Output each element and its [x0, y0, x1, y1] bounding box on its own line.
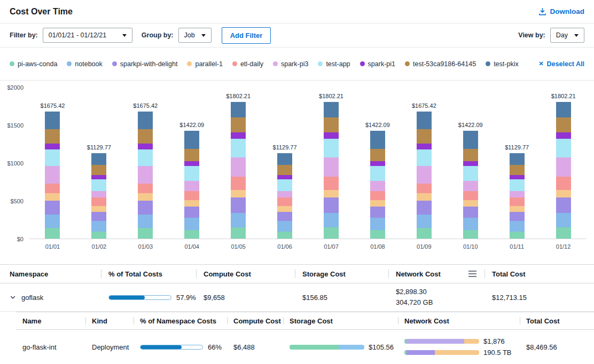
legend-item-spark-pi1[interactable]: spark-pi1 [360, 60, 395, 68]
sub-col-header-pct[interactable]: % of Namespace Costs [134, 317, 227, 325]
download-label: Download [550, 7, 585, 15]
bar-group-01/08: $1422.09 [354, 122, 401, 239]
sub-col-header-network[interactable]: Network Cost [398, 317, 520, 325]
col-header-namespace[interactable]: Namespace [0, 270, 101, 278]
bar-segment-test-pkix [231, 102, 246, 117]
bar-segment-spark-pi1 [556, 132, 571, 138]
x-tick-label: 01/04 [169, 239, 215, 250]
legend-swatch [232, 61, 237, 66]
bar-segment-test-app [417, 149, 432, 166]
stacked-bar[interactable] [324, 102, 339, 239]
col-header-storage[interactable]: Storage Cost [295, 270, 388, 278]
legend-item-spark-pi3[interactable]: spark-pi3 [273, 60, 308, 68]
bar-group-01/12: $1802.21 [540, 93, 587, 239]
workload-compute-cell: $6,488 [227, 343, 283, 351]
namespace-cell[interactable]: goflask [0, 294, 101, 302]
bar-segment-spark-pi1 [45, 144, 60, 149]
add-filter-button[interactable]: Add Filter [222, 27, 271, 44]
sub-table-row: go-flask-int Deployment 66% $6,488 $105.… [16, 330, 594, 364]
chevron-down-icon[interactable] [10, 294, 16, 300]
view-by-label: View by: [518, 31, 545, 39]
bar-segment-notebook [91, 221, 106, 232]
legend-item-notebook[interactable]: notebook [67, 60, 102, 68]
stacked-bar[interactable] [138, 112, 153, 239]
stacked-bar[interactable] [277, 153, 292, 239]
bar-segment-spark-pi3 [184, 181, 199, 191]
sub-col-header-kind[interactable]: Kind [85, 317, 134, 325]
legend-item-test-app[interactable]: test-app [318, 60, 350, 68]
bar-segment-sparkpi-with-delight [324, 197, 339, 212]
view-by-select[interactable]: Day [550, 28, 584, 43]
bar-segment-spark-pi3 [231, 157, 246, 177]
deselect-all-button[interactable]: ✕ Deselect All [538, 60, 584, 68]
progress-track [140, 345, 203, 350]
mini-bar-segment [407, 339, 464, 344]
namespace-progress-fill [109, 296, 145, 299]
sub-col-header-compute[interactable]: Compute Cost [227, 317, 283, 325]
bar-total-label: $1129.77 [273, 144, 297, 151]
bars-row: $1675.42$1129.77$1675.42$1422.09$1802.21… [29, 88, 587, 239]
storage-mini-bar [290, 345, 364, 350]
page-header: Cost Over Time Download [0, 0, 594, 23]
legend-item-test-pkix[interactable]: test-pkix [486, 60, 519, 68]
stacked-bar[interactable] [370, 131, 385, 239]
bar-segment-notebook [184, 218, 199, 230]
bar-segment-test-app [463, 166, 478, 181]
legend-label: sparkpi-with-delight [120, 60, 178, 68]
progress-track [108, 295, 171, 300]
stacked-bar[interactable] [463, 131, 478, 239]
stacked-bar[interactable] [45, 112, 60, 239]
sub-col-header-name[interactable]: Name [16, 317, 85, 325]
x-tick-label: 01/01 [29, 239, 76, 250]
workload-progress-fill [140, 345, 182, 349]
col-header-network[interactable]: Network Cost [388, 270, 484, 278]
compute-cost-cell: $9,658 [196, 294, 295, 302]
bar-group-01/07: $1802.21 [308, 93, 355, 239]
col-header-total[interactable]: Total Cost [484, 270, 594, 278]
download-button[interactable]: Download [538, 7, 585, 15]
x-tick-label: 01/03 [122, 239, 169, 250]
view-by-value: Day [556, 31, 568, 39]
bar-segment-sparkpi-with-delight [231, 197, 246, 212]
col-header-pct-total[interactable]: % of Total Costs [101, 270, 196, 278]
sub-col-header-storage[interactable]: Storage Cost [283, 317, 398, 325]
table-header-row: Namespace % of Total Costs Compute Cost … [0, 264, 594, 283]
bar-group-01/11: $1129.77 [494, 144, 540, 239]
legend-item-sparkpi-with-delight[interactable]: sparkpi-with-delight [112, 60, 178, 68]
bar-segment-pi-aws-conda [45, 228, 60, 239]
bar-segment-test-53ca9186-64145 [370, 149, 385, 161]
bar-segment-notebook [556, 213, 571, 227]
bar-group-01/03: $1675.42 [122, 102, 169, 239]
bar-total-label: $1675.42 [133, 102, 158, 109]
workload-name-cell[interactable]: go-flask-int [16, 343, 85, 351]
stacked-bar[interactable] [510, 153, 525, 239]
stacked-bar[interactable] [184, 131, 199, 239]
bar-segment-sparkpi-with-delight [510, 212, 525, 221]
bar-group-01/04: $1422.09 [169, 122, 215, 239]
y-tick-label: $500 [0, 198, 24, 204]
bar-segment-spark-pi1 [91, 175, 106, 179]
legend-item-parallel-1[interactable]: parallel-1 [187, 60, 222, 68]
bar-segment-spark-pi1 [277, 175, 292, 179]
column-menu-icon[interactable] [468, 270, 477, 278]
date-range-select[interactable]: 01/01/21 - 01/12/21 [43, 28, 132, 43]
sub-col-header-total[interactable]: Total Cost [520, 317, 594, 325]
stacked-bar[interactable] [231, 102, 246, 239]
legend-item-etl-daily[interactable]: etl-daily [232, 60, 263, 68]
bar-segment-sparkpi-with-delight [45, 201, 60, 215]
bar-segment-spark-pi1 [324, 132, 339, 138]
stacked-bar[interactable] [417, 112, 432, 239]
col-header-compute[interactable]: Compute Cost [196, 270, 295, 278]
bar-segment-pi-aws-conda [370, 230, 385, 239]
x-tick-label: 01/09 [401, 239, 447, 250]
group-by-select[interactable]: Job [178, 28, 212, 43]
legend-item-test-53ca9186-64145[interactable]: test-53ca9186-64145 [405, 60, 476, 68]
stacked-bar[interactable] [556, 102, 571, 239]
bar-group-01/09: $1675.42 [401, 102, 447, 239]
bar-segment-parallel-1 [277, 206, 292, 212]
legend-item-pi-aws-conda[interactable]: pi-aws-conda [10, 60, 57, 68]
chevron-down-icon [201, 34, 206, 37]
pct-total-value: 57.9% [176, 294, 196, 302]
stacked-bar[interactable] [91, 153, 106, 239]
legend-label: pi-aws-conda [18, 60, 57, 68]
